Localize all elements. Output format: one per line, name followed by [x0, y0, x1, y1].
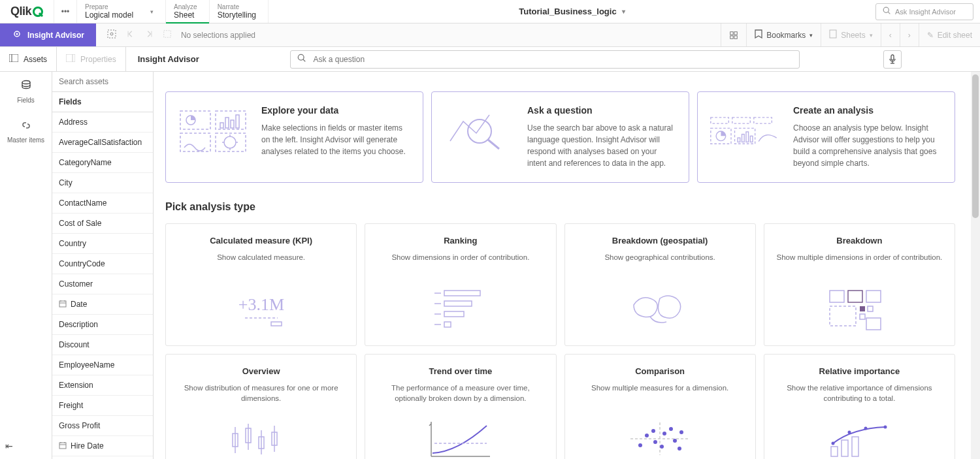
scrollbar-thumb[interactable] — [972, 74, 979, 218]
field-row[interactable]: Gross Profit — [52, 416, 153, 436]
ask-question-box[interactable] — [290, 50, 800, 69]
scrollbar-track[interactable] — [971, 72, 980, 459]
sheets-button[interactable]: Sheets ▾ — [821, 24, 880, 46]
field-row[interactable]: Freight — [52, 396, 153, 416]
analysis-card[interactable]: BreakdownShow multiple dimensions in ord… — [764, 223, 955, 346]
svg-rect-102 — [841, 440, 848, 456]
selections-tool-button[interactable] — [721, 24, 746, 46]
fields-list[interactable]: AddressAverageCallSatisfactionCategoryNa… — [52, 112, 153, 459]
svg-rect-52 — [711, 128, 731, 144]
analysis-card[interactable]: Trend over timeThe performance of a meas… — [365, 354, 556, 459]
content-area: Explore your data Make selections in fie… — [154, 72, 980, 459]
section-title: Pick analysis type — [165, 201, 968, 213]
field-row[interactable]: Date — [52, 294, 153, 315]
field-row[interactable]: City — [52, 173, 153, 193]
brand-logo[interactable]: Qlik — [0, 0, 54, 23]
chevron-down-icon: ▾ — [809, 32, 813, 39]
more-button[interactable]: ••• — [54, 0, 77, 23]
intro-card-ask[interactable]: Ask a question Use the search bar above … — [431, 91, 689, 183]
field-row[interactable]: Hire Date — [52, 436, 153, 456]
svg-point-41 — [224, 136, 236, 148]
svg-rect-75 — [868, 306, 873, 311]
sparkle-icon — [12, 29, 22, 41]
intro-card-desc: Choose an analysis type below. Insight A… — [793, 122, 943, 169]
top-search[interactable]: Ask Insight Advisor — [875, 3, 973, 20]
properties-button: Properties — [57, 47, 126, 71]
analysis-card[interactable]: ComparisonShow multiple measures for a d… — [564, 354, 756, 459]
leftnav-fields[interactable]: Fields — [0, 72, 52, 112]
chevron-down-icon[interactable]: ▾ — [150, 8, 154, 15]
svg-point-92 — [645, 434, 649, 437]
analysis-card[interactable]: Breakdown (geospatial)Show geographical … — [564, 223, 756, 346]
intro-card-create[interactable]: Create an analysis Choose an analysis ty… — [697, 91, 955, 183]
field-row[interactable]: Extension — [52, 375, 153, 396]
svg-rect-8 — [164, 31, 171, 38]
fields-header: Fields — [52, 92, 153, 112]
svg-rect-38 — [225, 118, 229, 128]
svg-point-96 — [660, 445, 664, 449]
field-row[interactable]: Country — [52, 234, 153, 254]
svg-rect-9 — [730, 31, 733, 34]
chevron-down-icon: ▾ — [622, 8, 625, 15]
svg-rect-12 — [734, 35, 737, 38]
intro-card-explore[interactable]: Explore your data Make selections in fie… — [165, 91, 423, 183]
field-row[interactable]: EmployeeName — [52, 355, 153, 375]
link-icon — [20, 119, 32, 134]
field-label: Customer — [59, 279, 93, 289]
field-row[interactable]: Cost of Sale — [52, 214, 153, 234]
field-row[interactable]: CategoryName — [52, 153, 153, 173]
svg-point-99 — [679, 430, 683, 434]
fields-panel: Fields AddressAverageCallSatisfactionCat… — [52, 72, 154, 459]
search-assets-input[interactable] — [52, 72, 153, 92]
step-fwd-icon[interactable] — [144, 29, 154, 40]
analysis-card[interactable]: Relative importanceShow the relative imp… — [764, 354, 955, 459]
bookmarks-button[interactable]: Bookmarks ▾ — [746, 24, 821, 46]
analysis-card[interactable]: RankingShow dimensions in order of contr… — [365, 223, 556, 346]
smart-select-icon[interactable] — [106, 29, 117, 41]
field-label: Extension — [59, 381, 93, 390]
nav-prepare[interactable]: Prepare Logical model ▾ — [77, 0, 166, 23]
svg-point-91 — [638, 443, 642, 447]
field-row[interactable]: Address — [52, 112, 153, 133]
ask-question-input[interactable] — [313, 51, 799, 68]
microphone-button[interactable] — [883, 50, 902, 69]
field-row[interactable]: CountryCode — [52, 254, 153, 274]
field-label: ContactName — [59, 198, 106, 208]
expand-panel-button[interactable]: ⇤ — [5, 441, 13, 451]
svg-rect-65 — [444, 301, 472, 306]
field-row[interactable]: Description — [52, 315, 153, 335]
svg-point-107 — [884, 425, 887, 428]
nav-narrate[interactable]: Narrate Storytelling — [210, 0, 269, 23]
svg-point-3 — [16, 33, 18, 35]
field-row[interactable]: AverageCallSatisfaction — [52, 133, 153, 153]
calendar-icon — [59, 300, 67, 309]
insight-advisor-button[interactable]: Insight Advisor — [0, 24, 96, 46]
clear-selections-icon[interactable] — [163, 29, 172, 40]
search-icon — [883, 7, 891, 17]
nav-analyze[interactable]: Analyze Sheet — [166, 0, 210, 23]
svg-rect-20 — [891, 55, 894, 60]
analysis-illustration-icon — [775, 415, 944, 459]
app-title[interactable]: Tutorial_Business_logic ▾ — [269, 7, 875, 16]
field-row[interactable]: Discount — [52, 335, 153, 355]
pencil-icon: ✎ — [927, 31, 934, 40]
step-back-icon[interactable] — [126, 29, 135, 40]
prev-sheet-button[interactable]: ‹ — [881, 24, 900, 46]
analysis-card[interactable]: OverviewShow distribution of measures fo… — [165, 354, 357, 459]
intro-cards-row: Explore your data Make selections in fie… — [165, 91, 968, 183]
field-row[interactable]: ContactName — [52, 193, 153, 214]
analysis-card[interactable]: Calculated measure (KPI)Show calculated … — [165, 223, 357, 346]
svg-point-98 — [673, 439, 677, 443]
chevron-down-icon: ▾ — [870, 32, 873, 39]
next-sheet-button[interactable]: › — [900, 24, 919, 46]
edit-sheet-button[interactable]: ✎ Edit sheet — [919, 24, 980, 46]
leftnav-master-items[interactable]: Master items — [0, 112, 52, 151]
analysis-card-title: Calculated measure (KPI) — [176, 236, 346, 245]
field-row[interactable]: Customer — [52, 274, 153, 294]
assets-button[interactable]: Assets — [0, 47, 57, 71]
analysis-illustration-icon: +3.1M — [176, 283, 346, 332]
svg-rect-51 — [754, 118, 772, 123]
svg-point-106 — [864, 426, 868, 430]
svg-rect-37 — [220, 123, 223, 128]
create-illustration-icon — [710, 105, 781, 157]
